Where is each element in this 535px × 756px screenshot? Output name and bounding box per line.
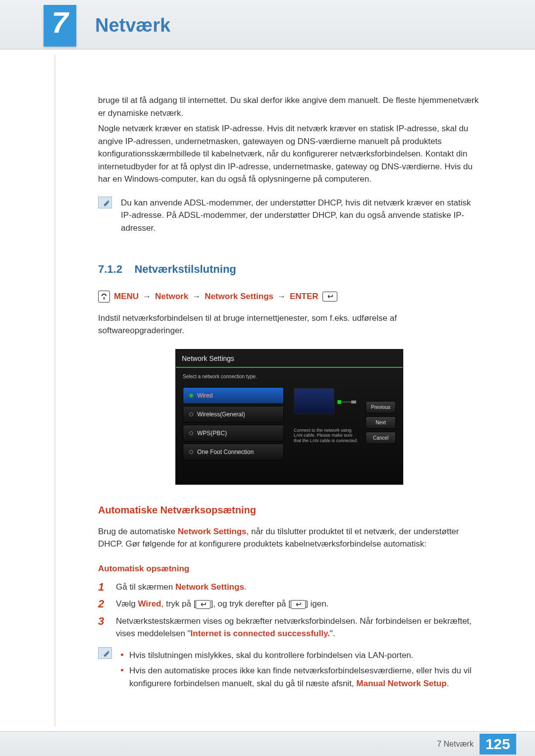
step-2: 2 Vælg Wired, tryk på [], og tryk dereft…: [98, 598, 481, 610]
step-number: 3: [98, 615, 108, 640]
auto-heading: Automatiske Netværksopsætning: [98, 503, 481, 517]
wired-ref: Wired: [138, 599, 161, 608]
section-heading: 7.1.2 Netværkstilslutning: [98, 261, 481, 277]
note-icon: [98, 197, 112, 208]
note-icon: [98, 647, 112, 659]
osd-option-label: WPS(PBC): [197, 429, 227, 438]
arrow-icon: →: [192, 290, 201, 303]
bullet-1: Hvis tilslutningen mislykkes, skal du ko…: [121, 649, 481, 662]
section-description: Indstil netværksforbindelsen til at brug…: [98, 312, 481, 337]
note-block: Du kan anvende ADSL-modemmer, der unders…: [98, 197, 481, 235]
text: Vælg: [116, 599, 138, 608]
menu-step-4: ENTER: [290, 290, 319, 303]
step-1: 1 Gå til skærmen Network Settings.: [98, 581, 481, 594]
step-number: 1: [98, 581, 108, 594]
osd-option-onefoot[interactable]: One Foot Connection: [183, 444, 284, 460]
osd-right-hint: Connect to the network using LAN cable. …: [294, 428, 358, 444]
auto-sub-heading: Automatisk opsætning: [98, 562, 481, 575]
osd-option-wired[interactable]: Wired: [183, 387, 284, 404]
bullet-icon: [121, 654, 123, 656]
page-number: 125: [480, 734, 516, 755]
menu-remote-icon: [98, 291, 110, 302]
enter-icon: [196, 600, 211, 609]
chapter-badge: 7: [44, 5, 76, 47]
page-content: bruge til at få adgang til internettet. …: [0, 50, 535, 742]
osd-previous-button[interactable]: Previous: [366, 401, 396, 413]
note-text: Du kan anvende ADSL-modemmer, der unders…: [121, 197, 481, 235]
step-body: Netværkstestskærmen vises og bekræfter n…: [116, 615, 481, 640]
osd-next-button[interactable]: Next: [366, 416, 396, 429]
bullet-text: Hvis tilslutningen mislykkes, skal du ko…: [129, 649, 414, 662]
step-number: 2: [98, 598, 108, 610]
menu-step-3: Network Settings: [205, 290, 273, 303]
section-title: Netværkstilslutning: [134, 263, 236, 275]
osd-cable-icon: [337, 400, 356, 404]
osd-preview-screen: [294, 388, 334, 414]
osd-cancel-button[interactable]: Cancel: [366, 432, 396, 444]
auto-paragraph: Brug de automatiske Network Settings, nå…: [98, 525, 481, 551]
intro-paragraph-2: Nogle netværk kræver en statisk IP-adres…: [98, 122, 481, 186]
step-body: Gå til skærmen Network Settings.: [116, 581, 481, 594]
menu-step-1: MENU: [114, 290, 139, 303]
osd-window: Network Settings Select a network connec…: [175, 349, 403, 485]
osd-figure: Network Settings Select a network connec…: [98, 349, 481, 485]
radio-icon: [189, 412, 193, 416]
radio-icon: [189, 431, 193, 435]
step-3: 3 Netværkstestskærmen vises og bekræfter…: [98, 615, 481, 640]
page-footer: 7 Netværk 125: [0, 731, 535, 756]
step-body: Vælg Wired, tryk på [], og tryk derefter…: [116, 598, 481, 610]
chapter-number: 7: [52, 8, 68, 38]
intro-paragraph-1: bruge til at få adgang til internettet. …: [98, 94, 481, 119]
osd-option-label: One Foot Connection: [197, 448, 254, 456]
text: ".: [330, 629, 335, 638]
osd-subtitle: Select a network connection type.: [176, 368, 403, 387]
osd-option-label: Wired: [197, 391, 213, 400]
osd-title: Network Settings: [176, 350, 403, 368]
text: ], og tryk derefter på [: [211, 599, 291, 608]
osd-option-list: Wired Wireless(General) WPS(PBC) One Foo…: [183, 387, 284, 462]
bullet-icon: [121, 669, 123, 671]
step-list: 1 Gå til skærmen Network Settings. 2 Væl…: [98, 581, 481, 640]
osd-option-wps[interactable]: WPS(PBC): [183, 425, 284, 442]
page-header: 7 Netværk: [0, 0, 535, 50]
osd-option-label: Wireless(General): [197, 410, 245, 419]
network-settings-ref: Network Settings: [175, 582, 244, 592]
note-block-2: Hvis tilslutningen mislykkes, skal du ko…: [98, 647, 481, 693]
bullet-2: Hvis den automatiske proces ikke kan fin…: [121, 664, 481, 690]
text: ] igen.: [306, 599, 328, 608]
note-bullets: Hvis tilslutningen mislykkes, skal du ko…: [121, 649, 481, 693]
section-number: 7.1.2: [98, 263, 122, 275]
menu-path: MENU → Network → Network Settings → ENTE…: [98, 290, 481, 303]
manual-setup-ref: Manual Network Setup: [356, 679, 446, 688]
text: .: [244, 582, 247, 592]
text: Gå til skærmen: [116, 582, 175, 592]
arrow-icon: →: [143, 290, 151, 303]
menu-step-2: Network: [155, 290, 188, 303]
side-rule: [54, 54, 55, 726]
radio-icon: [189, 450, 193, 454]
text: .: [447, 679, 449, 688]
text: Brug de automatiske: [98, 527, 178, 536]
osd-option-wireless[interactable]: Wireless(General): [183, 406, 284, 423]
footer-chapter-label: 7 Netværk: [437, 740, 474, 749]
chapter-title: Netværk: [95, 15, 170, 36]
text: , tryk på [: [161, 599, 196, 608]
arrow-icon: →: [277, 290, 286, 303]
bullet-text: Hvis den automatiske proces ikke kan fin…: [129, 664, 481, 690]
enter-icon: [291, 600, 306, 609]
network-settings-ref: Network Settings: [178, 527, 247, 536]
osd-button-group: Previous Next Cancel: [366, 401, 396, 444]
success-message-ref: Internet is connected successfully.: [191, 629, 330, 638]
enter-icon: [322, 292, 337, 302]
radio-selected-icon: [189, 394, 193, 398]
